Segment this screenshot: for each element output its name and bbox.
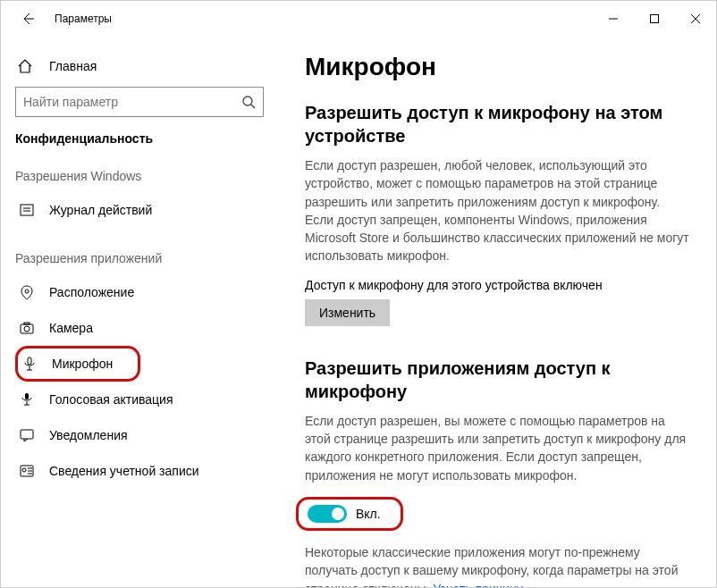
svg-point-1 bbox=[243, 97, 252, 105]
home-label: Главная bbox=[49, 59, 97, 73]
nav-account-info[interactable]: Сведения учетной записи bbox=[15, 453, 264, 489]
nav-label: Уведомления bbox=[49, 428, 128, 442]
nav-label: Журнал действий bbox=[49, 203, 152, 217]
device-status: Доступ к микрофону для этого устройства … bbox=[305, 278, 689, 292]
allow-apps-toggle[interactable] bbox=[308, 505, 347, 523]
search-icon bbox=[241, 95, 256, 109]
search-box[interactable] bbox=[15, 87, 264, 117]
learn-why-link[interactable]: Узнать причину bbox=[433, 582, 522, 587]
nav-voice-activation[interactable]: Голосовая активация bbox=[15, 382, 264, 417]
svg-point-11 bbox=[22, 468, 26, 472]
svg-rect-8 bbox=[25, 393, 29, 399]
footer-text: Некоторые классические приложения могут … bbox=[305, 543, 689, 587]
window-title: Параметры bbox=[55, 13, 112, 25]
nav-camera[interactable]: Камера bbox=[15, 310, 264, 346]
section2-title: Разрешить приложениям доступ к микрофону bbox=[305, 357, 689, 403]
voice-icon bbox=[17, 391, 37, 407]
nav-label: Микрофон bbox=[52, 357, 113, 371]
svg-rect-0 bbox=[651, 15, 659, 23]
search-input[interactable] bbox=[23, 95, 241, 109]
main-panel: Микрофон Разрешить доступ к микрофону на… bbox=[278, 37, 716, 587]
maximize-button[interactable] bbox=[634, 1, 675, 37]
section1-title: Разрешить доступ к микрофону на этом уст… bbox=[305, 101, 689, 147]
svg-rect-2 bbox=[21, 205, 33, 215]
nav-label: Сведения учетной записи bbox=[49, 464, 199, 478]
account-icon bbox=[17, 463, 37, 479]
home-icon bbox=[17, 58, 37, 74]
close-button[interactable] bbox=[675, 1, 716, 37]
home-nav[interactable]: Главная bbox=[17, 58, 262, 74]
microphone-icon bbox=[20, 356, 39, 372]
camera-icon bbox=[17, 320, 37, 336]
section1-desc: Если доступ разрешен, любой человек, исп… bbox=[305, 156, 689, 265]
nav-activity-log[interactable]: Журнал действий bbox=[15, 192, 264, 228]
notifications-icon bbox=[17, 427, 37, 443]
activity-icon bbox=[17, 202, 37, 218]
group-app-permissions: Разрешения приложений bbox=[15, 251, 264, 265]
svg-point-5 bbox=[24, 326, 30, 332]
back-button[interactable] bbox=[17, 8, 38, 29]
section2-desc: Если доступ разрешен, вы можете с помощь… bbox=[305, 412, 689, 484]
page-title: Микрофон bbox=[305, 53, 689, 81]
nav-label: Расположение bbox=[49, 285, 134, 299]
nav-microphone[interactable]: Микрофон bbox=[15, 346, 140, 382]
group-windows-permissions: Разрешения Windows bbox=[15, 169, 264, 183]
nav-location[interactable]: Расположение bbox=[15, 274, 264, 310]
nav-notifications[interactable]: Уведомления bbox=[15, 417, 264, 453]
section-privacy: Конфиденциальность bbox=[15, 131, 264, 146]
change-button[interactable]: Изменить bbox=[305, 299, 390, 326]
nav-label: Голосовая активация bbox=[49, 392, 173, 407]
titlebar: Параметры bbox=[1, 1, 716, 37]
location-icon bbox=[17, 284, 37, 300]
allow-apps-toggle-row: Вкл. bbox=[296, 497, 403, 531]
svg-point-3 bbox=[25, 290, 29, 293]
nav-label: Камера bbox=[49, 321, 93, 335]
minimize-button[interactable] bbox=[593, 1, 634, 37]
toggle-label: Вкл. bbox=[356, 507, 381, 521]
svg-rect-7 bbox=[28, 357, 31, 365]
svg-rect-6 bbox=[24, 323, 30, 324]
svg-rect-9 bbox=[21, 430, 33, 439]
sidebar: Главная Конфиденциальность Разрешения Wi… bbox=[1, 37, 278, 587]
